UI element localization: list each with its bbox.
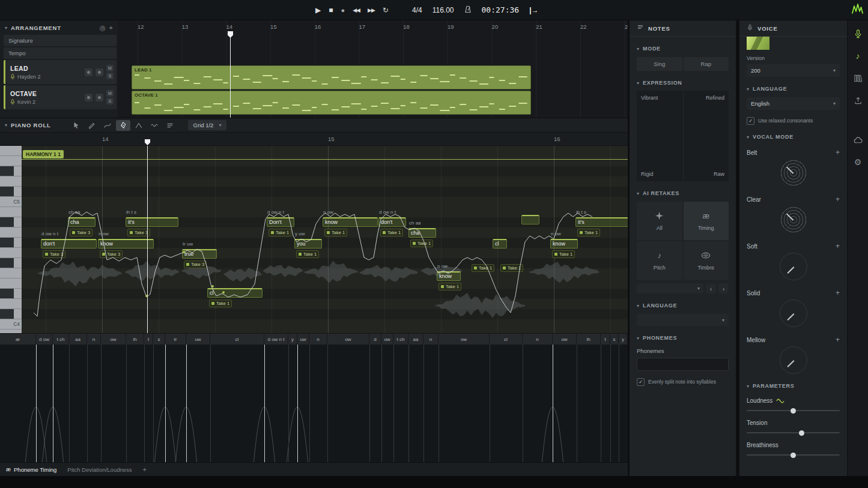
grid-select[interactable]: Grid 1/2 ▾ bbox=[188, 120, 227, 130]
black-key[interactable] bbox=[0, 309, 22, 319]
voice-artwork[interactable] bbox=[747, 37, 769, 50]
add-vocal-mode-button[interactable]: + bbox=[836, 336, 840, 344]
phoneme-boundary-handle[interactable] bbox=[327, 345, 328, 462]
phoneme-boundary-handle[interactable] bbox=[87, 345, 88, 462]
white-key[interactable] bbox=[0, 156, 22, 166]
automation-icon[interactable] bbox=[776, 399, 785, 403]
phoneme-segment[interactable]: cl bbox=[210, 334, 264, 345]
phoneme-segment[interactable]: d bbox=[369, 334, 381, 345]
solo-button[interactable]: S bbox=[106, 98, 114, 104]
phoneme-segment[interactable]: t bbox=[601, 334, 610, 345]
phoneme-segment[interactable]: cl bbox=[490, 334, 523, 345]
track-record-button[interactable] bbox=[96, 68, 103, 76]
piano-roll-ruler[interactable]: 141516 bbox=[0, 133, 628, 146]
add-track-button[interactable]: + bbox=[109, 24, 113, 31]
phoneme-boundary-handle[interactable] bbox=[619, 345, 619, 462]
black-key[interactable] bbox=[0, 187, 22, 197]
phoneme-boundary-handle[interactable] bbox=[101, 345, 102, 462]
note-language-select[interactable]: ▾ bbox=[637, 314, 729, 326]
phoneme-segment[interactable]: aa bbox=[69, 334, 87, 345]
phoneme-segment[interactable]: ow bbox=[439, 334, 490, 345]
phoneme-segment[interactable]: ow bbox=[381, 334, 393, 345]
phoneme-segment[interactable]: n bbox=[423, 334, 439, 345]
stop-button[interactable]: ■ bbox=[329, 6, 333, 14]
sidebar-cloud-icon[interactable] bbox=[853, 135, 863, 145]
track-monitor-button[interactable] bbox=[85, 68, 93, 76]
meta-row-signature[interactable]: Signature bbox=[4, 35, 117, 46]
mute-button[interactable]: M bbox=[106, 65, 114, 71]
phoneme-segment[interactable]: d ow n t bbox=[264, 334, 288, 345]
phoneme-boundary-handle[interactable] bbox=[126, 345, 127, 462]
phoneme-segment[interactable]: t ch bbox=[53, 334, 69, 345]
phoneme-segment[interactable]: s bbox=[153, 334, 165, 345]
white-key[interactable] bbox=[0, 227, 22, 238]
solo-button[interactable]: S bbox=[106, 73, 114, 79]
playhead-marker-icon[interactable] bbox=[145, 139, 150, 145]
phoneme-boundary-handle[interactable] bbox=[423, 345, 424, 462]
parameter-slider[interactable] bbox=[747, 410, 840, 411]
retake-next-button[interactable]: › bbox=[718, 283, 729, 294]
collapse-arrangement-icon[interactable]: ▾ bbox=[5, 25, 7, 31]
tempo-display[interactable]: 116.00 bbox=[432, 6, 454, 14]
pitch-tool[interactable] bbox=[132, 120, 146, 131]
phoneme-boundary-handle[interactable] bbox=[297, 345, 298, 462]
phoneme-boundary-handle[interactable] bbox=[439, 345, 439, 462]
phoneme-segment[interactable]: æ bbox=[0, 334, 36, 345]
track-octave[interactable]: OCTAVEKevin 2MS bbox=[4, 85, 117, 109]
phoneme-segment[interactable]: n bbox=[87, 334, 101, 345]
phoneme-segment[interactable]: d ow bbox=[36, 334, 53, 345]
retake-pitch-button[interactable]: ♪Pitch bbox=[637, 241, 682, 280]
phoneme-segment[interactable]: y bbox=[288, 334, 297, 345]
add-lane-button[interactable]: + bbox=[143, 466, 147, 473]
white-key[interactable] bbox=[0, 279, 22, 289]
phoneme-boundary-handle[interactable] bbox=[369, 345, 370, 462]
phoneme-timing-editor[interactable] bbox=[0, 345, 628, 462]
sidebar-voice-icon[interactable] bbox=[853, 29, 863, 38]
white-key[interactable] bbox=[0, 207, 22, 217]
vibrato-tool[interactable] bbox=[147, 120, 162, 131]
black-key[interactable] bbox=[0, 258, 22, 268]
sidebar-settings-icon[interactable]: ⚙ bbox=[853, 157, 863, 167]
phoneme-boundary-handle[interactable] bbox=[553, 345, 553, 462]
phoneme-segment[interactable]: aa bbox=[408, 334, 423, 345]
add-vocal-mode-button[interactable]: + bbox=[836, 289, 840, 297]
vocal-mode-dial[interactable] bbox=[780, 253, 807, 280]
phoneme-boundary-handle[interactable] bbox=[210, 345, 211, 462]
time-signature[interactable]: 4/4 bbox=[412, 6, 422, 14]
phoneme-boundary-handle[interactable] bbox=[36, 345, 37, 462]
black-key[interactable] bbox=[0, 166, 22, 176]
phoneme-boundary-handle[interactable] bbox=[381, 345, 382, 462]
mute-button[interactable]: M bbox=[106, 90, 114, 97]
collapse-retakes-icon[interactable]: ▾ bbox=[637, 191, 639, 196]
rewind-button[interactable]: ◀◀ bbox=[353, 7, 360, 13]
collapse-parameters-icon[interactable]: ▾ bbox=[747, 384, 749, 389]
phoneme-boundary-handle[interactable] bbox=[153, 345, 154, 462]
phoneme-boundary-handle[interactable] bbox=[53, 345, 53, 462]
record-button[interactable]: ● bbox=[341, 7, 345, 14]
sidebar-library-icon[interactable] bbox=[853, 73, 863, 83]
arrangement-timeline[interactable]: 121314151617181920212223 LEAD 1OCTAVE 1 bbox=[118, 20, 628, 118]
vocal-mode-dial[interactable] bbox=[780, 206, 807, 233]
white-key[interactable]: C4 bbox=[0, 319, 22, 330]
collapse-expression-icon[interactable]: ▾ bbox=[637, 80, 639, 86]
phoneme-segment[interactable]: ih bbox=[126, 334, 144, 345]
collapse-vocal-mode-icon[interactable]: ▾ bbox=[747, 134, 749, 140]
retake-all-button[interactable]: All bbox=[637, 202, 682, 240]
phonemes-input[interactable] bbox=[637, 358, 729, 371]
phoneme-segment[interactable]: ow bbox=[327, 334, 369, 345]
phoneme-segment[interactable]: t bbox=[144, 334, 153, 345]
phoneme-segment[interactable]: uw bbox=[186, 334, 210, 345]
sidebar-music-icon[interactable]: ♪ bbox=[853, 51, 863, 61]
phoneme-segment[interactable]: s bbox=[610, 334, 619, 345]
phoneme-boundary-handle[interactable] bbox=[144, 345, 145, 462]
phoneme-boundary-handle[interactable] bbox=[165, 345, 166, 462]
white-key[interactable] bbox=[0, 268, 22, 279]
white-key[interactable] bbox=[0, 248, 22, 258]
phoneme-boundary-handle[interactable] bbox=[601, 345, 601, 462]
track-record-button[interactable] bbox=[96, 94, 103, 101]
follow-playhead-button[interactable]: |→ bbox=[529, 6, 538, 14]
phoneme-segment[interactable]: n bbox=[523, 334, 553, 345]
phoneme-boundary-handle[interactable] bbox=[69, 345, 70, 462]
phoneme-segment[interactable]: ow bbox=[101, 334, 126, 345]
retake-timing-button[interactable]: æTiming bbox=[684, 202, 729, 240]
